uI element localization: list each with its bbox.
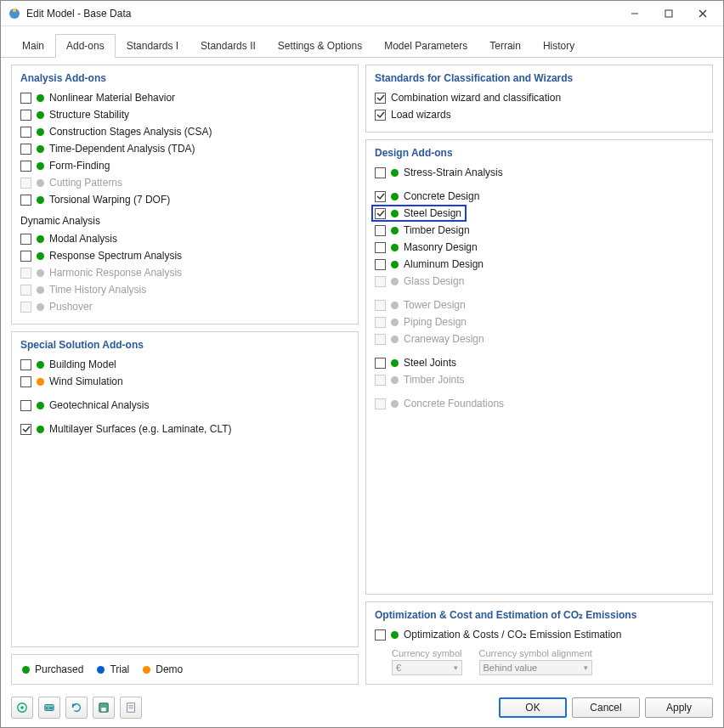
addon-timber-design[interactable]: Timber Design [375,222,704,239]
addon-response-spectrum[interactable]: Response Spectrum Analysis [20,247,349,264]
apply-button[interactable]: Apply [645,697,713,718]
checkbox[interactable] [20,93,31,104]
tool-report-button[interactable] [120,697,142,719]
addon-label: Cutting Patterns [49,177,122,189]
status-dot [37,235,44,243]
addon-building-model[interactable]: Building Model [20,356,349,373]
tab-addons[interactable]: Add-ons [55,34,116,58]
tool-units-button[interactable]: 0.00 [38,697,60,719]
maximize-button[interactable] [652,2,686,25]
checkbox[interactable] [375,225,386,236]
addon-tda[interactable]: Time-Dependent Analysis (TDA) [20,140,349,157]
tab-settings-options[interactable]: Settings & Options [267,34,373,58]
status-dot [37,269,44,277]
addon-nonlinear-material[interactable]: Nonlinear Material Behavior [20,89,349,106]
addon-label: Stress-Strain Analysis [404,166,503,178]
checkbox[interactable] [20,127,31,138]
ok-button[interactable]: OK [499,697,567,718]
checkbox[interactable] [20,376,31,387]
checkbox [375,375,386,386]
addon-geotechnical[interactable]: Geotechnical Analysis [20,397,349,414]
addon-steel-design[interactable]: Steel Design [371,205,467,222]
addon-modal-analysis[interactable]: Modal Analysis [20,230,349,247]
addon-time-history: Time History Analysis [20,281,349,298]
status-dot [37,196,44,204]
legend-trial: Trial [97,663,129,675]
addon-label: Tower Design [404,299,466,311]
svg-rect-3 [665,10,672,17]
status-dot [37,111,44,119]
checkbox[interactable] [375,208,386,219]
checkbox[interactable] [20,161,31,172]
addon-wind-simulation[interactable]: Wind Simulation [20,373,349,390]
addon-label: Multilayer Surfaces (e.g. Laminate, CLT) [49,423,232,435]
currency-symbol-select[interactable]: € ▾ [392,660,462,675]
addon-form-finding[interactable]: Form-Finding [20,157,349,174]
checkbox[interactable] [375,358,386,369]
checkbox[interactable] [20,234,31,245]
legend-label: Demo [156,663,183,675]
legend-label: Trial [110,663,129,675]
checkbox [375,276,386,287]
legend-demo: Demo [143,663,183,675]
minimize-button[interactable] [618,2,652,25]
tabs: Main Add-ons Standards I Standards II Se… [1,26,723,58]
addon-label: Optimization & Costs / CO₂ Emission Esti… [404,629,621,641]
checkbox[interactable] [375,259,386,270]
tab-history[interactable]: History [532,34,585,58]
addon-label: Concrete Design [404,190,479,202]
tool-help-button[interactable] [11,697,33,719]
addon-torsional-warping[interactable]: Torsional Warping (7 DOF) [20,191,349,208]
addon-label: Wind Simulation [49,375,123,387]
checkbox[interactable] [375,629,386,641]
titlebar: Edit Model - Base Data [1,1,723,26]
checkbox [375,398,386,409]
addon-multilayer-surfaces[interactable]: Multilayer Surfaces (e.g. Laminate, CLT) [20,420,349,437]
addon-aluminum-design[interactable]: Aluminum Design [375,256,704,273]
status-dot [391,336,399,343]
tool-refresh-button[interactable] [65,697,88,719]
checkbox[interactable] [375,191,386,202]
checkbox[interactable] [20,251,31,262]
addon-stress-strain[interactable]: Stress-Strain Analysis [375,164,704,181]
status-dot [391,261,399,268]
checkbox[interactable] [20,400,31,411]
addon-construction-stages[interactable]: Construction Stages Analysis (CSA) [20,123,349,140]
tab-standards-1[interactable]: Standards I [116,34,189,58]
addon-cutting-patterns: Cutting Patterns [20,174,349,191]
status-dot [391,227,399,234]
addon-concrete-design[interactable]: Concrete Design [375,188,704,205]
tab-standards-2[interactable]: Standards II [189,34,267,58]
checkbox[interactable] [20,144,31,155]
tab-model-parameters[interactable]: Model Parameters [373,34,478,58]
option-combination-wizard[interactable]: Combination wizard and classification [375,89,704,106]
checkbox[interactable] [375,167,386,178]
status-dot [391,302,399,309]
addon-label: Torsional Warping (7 DOF) [49,194,170,206]
currency-alignment-select[interactable]: Behind value ▾ [479,660,592,675]
close-button[interactable] [686,2,720,25]
right-column: Standards for Classification and Wizards… [365,65,713,685]
checkbox[interactable] [375,110,386,121]
left-column: Analysis Add-ons Nonlinear Material Beha… [11,65,359,685]
checkbox[interactable] [20,424,31,435]
tab-main[interactable]: Main [11,34,55,58]
checkbox[interactable] [20,195,31,206]
app-icon [8,7,21,20]
cancel-button[interactable]: Cancel [572,697,640,718]
tab-terrain[interactable]: Terrain [478,34,532,58]
option-load-wizards[interactable]: Load wizards [375,106,704,123]
checkbox[interactable] [375,242,386,253]
addon-optimization-costs[interactable]: Optimization & Costs / CO₂ Emission Esti… [375,626,704,643]
svg-rect-1 [13,8,16,12]
addon-label: Harmonic Response Analysis [49,267,182,279]
addon-masonry-design[interactable]: Masonry Design [375,239,704,256]
checkbox[interactable] [375,93,386,104]
checkbox [20,285,31,296]
addon-steel-joints[interactable]: Steel Joints [375,354,704,371]
status-dot [37,286,44,294]
checkbox[interactable] [20,359,31,370]
addon-structure-stability[interactable]: Structure Stability [20,106,349,123]
tool-save-button[interactable] [93,697,115,719]
checkbox[interactable] [20,110,31,121]
